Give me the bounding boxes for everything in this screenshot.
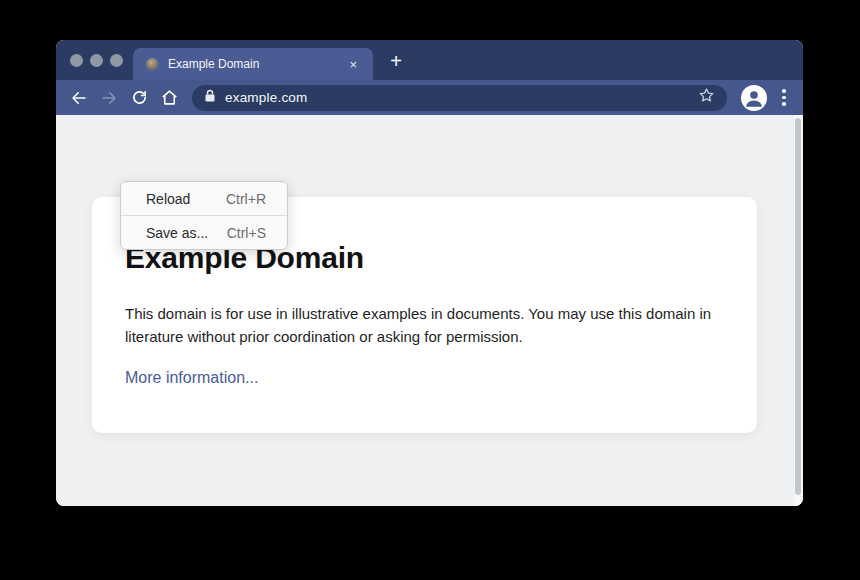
scrollbar[interactable] [794,115,803,506]
toolbar: example.com [56,80,803,115]
menu-item-label: Reload [146,191,190,207]
home-button[interactable] [156,85,182,111]
browser-menu-button[interactable] [775,85,793,111]
menu-dot-icon [782,96,786,100]
url-text[interactable]: example.com [225,90,698,105]
reload-button[interactable] [126,85,152,111]
address-bar[interactable]: example.com [192,85,727,111]
avatar-person-icon [744,88,764,111]
tab-favicon-icon [146,58,159,71]
forward-button[interactable] [96,85,122,111]
traffic-lights [70,54,123,67]
profile-avatar-button[interactable] [741,85,767,111]
context-menu: Reload Ctrl+R Save as... Ctrl+S [120,181,288,250]
titlebar: Example Domain × + [56,40,803,80]
bookmark-star-icon[interactable] [698,87,715,108]
context-menu-item-reload[interactable]: Reload Ctrl+R [121,182,287,215]
tab-close-icon[interactable]: × [346,56,360,73]
home-icon [160,88,179,107]
page-viewport: Example Domain This domain is for use in… [56,115,803,506]
reload-icon [131,89,148,106]
tab-title: Example Domain [168,57,346,71]
tab-example-domain[interactable]: Example Domain × [133,48,373,80]
forward-arrow-icon [100,89,118,107]
back-button[interactable] [66,85,92,111]
menu-item-shortcut: Ctrl+R [226,191,266,207]
menu-item-label: Save as... [146,225,208,241]
menu-dot-icon [782,102,786,106]
new-tab-button[interactable]: + [382,47,410,75]
browser-window: Example Domain × + [56,40,803,506]
page-paragraph: This domain is for use in illustrative e… [125,303,712,349]
context-menu-item-save-as[interactable]: Save as... Ctrl+S [121,216,287,249]
menu-item-shortcut: Ctrl+S [227,225,266,241]
scrollbar-thumb[interactable] [795,118,801,495]
menu-dot-icon [782,89,786,93]
maximize-window-button[interactable] [110,54,123,67]
lock-icon [204,89,216,107]
close-window-button[interactable] [70,54,83,67]
more-information-link[interactable]: More information... [125,369,258,386]
back-arrow-icon [70,89,88,107]
minimize-window-button[interactable] [90,54,103,67]
